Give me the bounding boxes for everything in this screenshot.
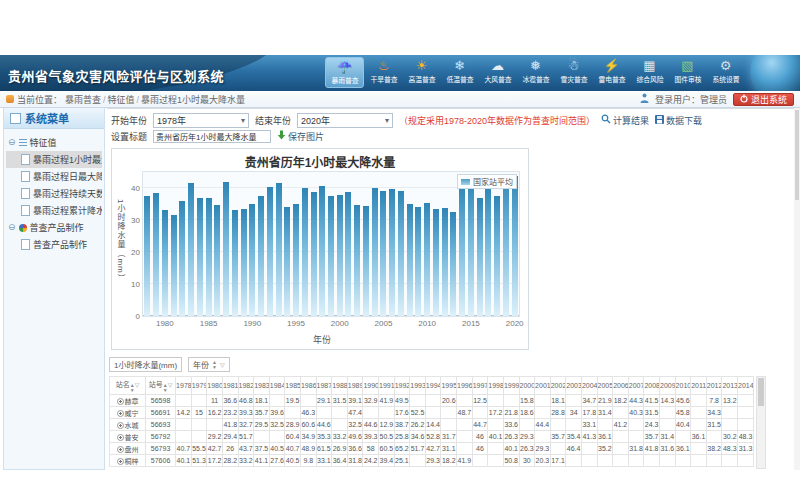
col-header-year-1991[interactable]: 1991 [379,377,395,395]
station-radio[interactable] [117,434,124,441]
col-header-year-2013[interactable]: 2013 [722,377,738,395]
station-radio[interactable] [117,458,124,465]
station-name-cell[interactable]: 盘州 [110,443,146,455]
end-year-select[interactable]: 2020年▾ [297,113,393,128]
col-header-year-1989[interactable]: 1989 [347,377,363,395]
sidebar-item[interactable]: 暴雨过程1小时最大降水量 [6,151,102,168]
sidebar-group[interactable]: ⊖普查产品制作 [6,219,102,236]
col-header-year-1993[interactable]: 1993 [410,377,426,395]
chevron-down-icon: ▾ [241,116,245,125]
toolbar-item-heat[interactable]: ♨干旱普查 [365,57,402,88]
col-header-year-2000[interactable]: 2000 [519,377,535,395]
col-header-year-1983[interactable]: 1983 [254,377,270,395]
value-cell: 55.5 [191,443,207,455]
toolbar-item-wrench[interactable]: ⚙系统设置 [707,57,744,88]
station-name-cell[interactable]: 水城 [110,419,146,431]
page-scrollbar[interactable] [794,108,800,470]
col-header-year-2007[interactable]: 2007 [628,377,644,395]
toolbar-item-sun[interactable]: ☀高温普查 [403,57,440,88]
breadcrumb-item[interactable]: 特征值 [108,95,135,105]
value-cell [332,407,348,419]
toolbar-item-wind[interactable]: ☁大风普查 [479,57,516,88]
logout-button[interactable]: 退出系统 [733,93,794,106]
col-header-year-1981[interactable]: 1981 [222,377,238,395]
toolbar-item-snow-cloud[interactable]: ☃雪灾普查 [555,57,592,88]
station-name-cell[interactable]: 赫章 [110,395,146,407]
toolbar-item-label: 图件审核 [674,75,701,84]
sidebar-item[interactable]: 暴雨过程累计降水量 [6,202,102,219]
col-header-station-id[interactable]: 站号▲▼▽ [146,377,176,395]
col-header-year-1994[interactable]: 1994 [425,377,441,395]
station-name-cell[interactable]: 普安 [110,431,146,443]
col-header-year-1987[interactable]: 1987 [316,377,332,395]
page-scrollbar-thumb[interactable] [795,110,799,200]
col-header-year-2014[interactable]: 2014 [738,377,754,395]
value-cell [441,407,457,419]
col-header-year-1982[interactable]: 1982 [238,377,254,395]
value-cell [254,431,270,443]
station-radio[interactable] [117,446,124,453]
toolbar-item-lightning[interactable]: ⚡雷电普查 [593,57,630,88]
col-header-year-2011[interactable]: 2011 [691,377,707,395]
col-header-year-2008[interactable]: 2008 [644,377,660,395]
col-header-year-1979[interactable]: 1979 [191,377,207,395]
col-header-year-2005[interactable]: 2005 [597,377,613,395]
col-header-year-1978[interactable]: 1978 [176,377,192,395]
station-radio[interactable] [117,410,124,417]
col-header-year-1986[interactable]: 1986 [300,377,316,395]
col-header-year-2004[interactable]: 2004 [581,377,597,395]
col-header-year-1997[interactable]: 1997 [472,377,488,395]
save-image-button[interactable]: 保存图片 [277,130,324,143]
toolbar-item-snowflake[interactable]: ❄低温普查 [441,57,478,88]
sidebar-item[interactable]: 暴雨过程持续天数 [6,185,102,202]
value-cell [363,407,379,419]
toolbar-item-rain[interactable]: ☔暴雨普查 [325,57,364,88]
sidebar-item[interactable]: 暴雨过程日最大降水量 [6,168,102,185]
col-header-year-1988[interactable]: 1988 [332,377,348,395]
col-header-year-2012[interactable]: 2012 [706,377,722,395]
sidebar-group[interactable]: ⊖特征值 [6,134,102,151]
value-cell [285,407,301,419]
col-header-year-1998[interactable]: 1998 [488,377,504,395]
value-cell: 14.3 [659,395,675,407]
value-cell: 25.1 [394,455,410,467]
col-header-year-2009[interactable]: 2009 [659,377,675,395]
toolbar-item-label: 高温普查 [408,75,435,84]
data-download-button[interactable]: 数据下载 [655,114,702,127]
value-cell: 25.8 [394,431,410,443]
col-header-year-1995[interactable]: 1995 [441,377,457,395]
calc-results-button[interactable]: 计算结果 [601,114,649,127]
table-scrollbar-thumb[interactable] [758,378,764,406]
sidebar-item[interactable]: 普查产品制作 [6,236,102,253]
col-header-year-2010[interactable]: 2010 [675,377,691,395]
col-header-year-1999[interactable]: 1999 [503,377,519,395]
measure-chip[interactable]: 1小时降水量(mm) [109,357,182,372]
station-name-cell[interactable]: 威宁 [110,407,146,419]
col-header-year-1980[interactable]: 1980 [207,377,223,395]
value-cell [581,455,597,467]
col-header-year-2001[interactable]: 2001 [535,377,551,395]
col-header-year-1992[interactable]: 1992 [394,377,410,395]
station-radio[interactable] [117,422,124,429]
col-header-year-2002[interactable]: 2002 [550,377,566,395]
start-year-select[interactable]: 1978年▾ [153,113,249,128]
toolbar-item-hail[interactable]: ❅冰雹普查 [517,57,554,88]
col-header-station-name[interactable]: 站名▲▼▽ [110,377,146,395]
table-scrollbar[interactable] [756,376,766,469]
toolbar-item-calculator[interactable]: ▦综合风险 [631,57,668,88]
breadcrumb-item[interactable]: 暴雨过程1小时最大降水量 [141,95,245,105]
col-header-year-1985[interactable]: 1985 [285,377,301,395]
bar-2017 [485,187,491,316]
breadcrumb-item[interactable]: 暴雨普查 [65,95,101,105]
col-header-year-2003[interactable]: 2003 [566,377,582,395]
col-header-year-1984[interactable]: 1984 [269,377,285,395]
col-header-year-1996[interactable]: 1996 [457,377,473,395]
toolbar-item-label: 冰雹普查 [522,75,549,84]
year-sort-chip[interactable]: 年份 ▲▼ ▽ [188,357,230,372]
station-name-cell[interactable]: 桐梓 [110,455,146,467]
station-radio[interactable] [117,398,124,405]
col-header-year-1990[interactable]: 1990 [363,377,379,395]
col-header-year-2006[interactable]: 2006 [613,377,629,395]
toolbar-item-map[interactable]: ▧图件审核 [669,57,706,88]
chart-title-input[interactable] [153,130,271,143]
